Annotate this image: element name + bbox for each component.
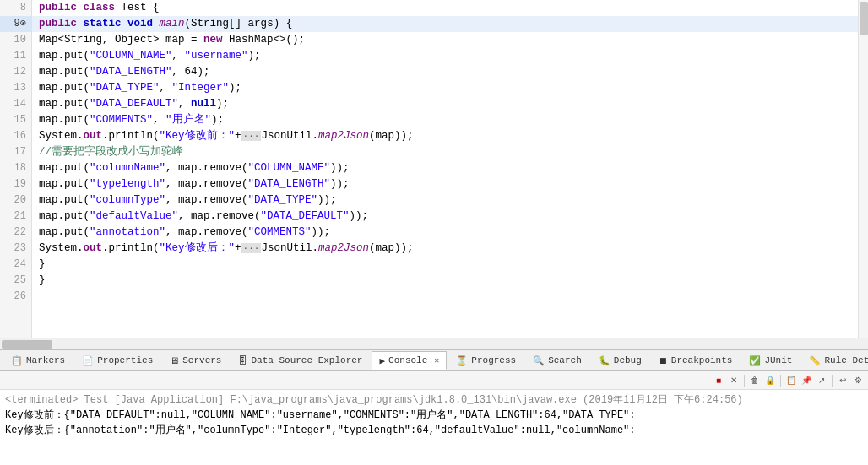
horizontal-scrollbar[interactable] (0, 338, 868, 349)
code-content[interactable]: public class Test { public static void m… (32, 0, 868, 338)
hscroll-thumb[interactable] (2, 340, 52, 349)
output-line-2: Key修改后：{"annotation":"用户名","columnType":… (5, 423, 863, 438)
tab-breakpoints-label: Breakpoints (671, 355, 733, 365)
line-num-11: 11 (0, 48, 31, 64)
clear-console-button[interactable]: 🗑 (748, 374, 762, 387)
code-line-17: //需要把字段改成小写加驼峰 (32, 144, 868, 160)
code-line-14: map.put("DATA_DEFAULT", null); (32, 96, 868, 112)
code-line-10: Map<String, Object> map = new HashMap<>(… (32, 32, 868, 48)
progress-icon: ⏳ (456, 355, 468, 366)
line-num-21: 21 (0, 208, 31, 224)
remove-launch-button[interactable]: ✕ (727, 374, 741, 387)
line-num-25: 25 (0, 273, 31, 289)
preferences-button[interactable]: ⚙ (851, 374, 865, 387)
line-num-16: 16 (0, 128, 31, 144)
line-num-17: 17 (0, 144, 31, 160)
tab-ruledetail-label: Rule Detail (824, 355, 868, 365)
console-tab-close[interactable]: ✕ (434, 355, 439, 365)
datasource-icon: 🗄 (238, 355, 247, 366)
code-line-20: map.put("columnType", map.remove("DATA_T… (32, 192, 868, 208)
console-output: <terminated> Test [Java Application] F:\… (0, 390, 868, 465)
code-line-16: System.out.println("Key修改前："+···JsonUtil… (32, 128, 868, 144)
ruledetail-icon: 📏 (809, 355, 821, 366)
line-numbers: 8 9⊙ 10 11 12 13 14 15 16 17 18 19 20 21… (0, 0, 32, 338)
line-num-14: 14 (0, 96, 31, 112)
tab-markers-label: Markers (26, 355, 65, 365)
terminated-line: <terminated> Test [Java Application] F:\… (5, 392, 863, 408)
output-line-1: Key修改前：{"DATA_DEFAULT":null,"COLUMN_NAME… (5, 408, 863, 423)
toolbar-separator-1 (744, 375, 745, 387)
line-num-9: 9⊙ (0, 16, 31, 32)
line-num-10: 10 (0, 32, 31, 48)
code-line-23: System.out.println("Key修改后："+···JsonUtil… (32, 241, 868, 257)
code-line-19: map.put("typelength", map.remove("DATA_L… (32, 176, 868, 192)
code-line-24: } (32, 257, 868, 273)
code-line-25: } (32, 273, 868, 289)
console-toolbar: ■ ✕ 🗑 🔒 📋 📌 ↗ ↩ ⚙ (0, 371, 868, 390)
line-num-24: 24 (0, 257, 31, 273)
new-console-button[interactable]: 📋 (784, 374, 798, 387)
tab-progress-label: Progress (471, 355, 516, 365)
line-num-13: 13 (0, 80, 31, 96)
tab-progress[interactable]: ⏳ Progress (448, 351, 524, 370)
markers-icon: 📋 (11, 355, 23, 366)
tab-datasource[interactable]: 🗄 Data Source Explorer (231, 351, 370, 370)
debug-icon: 🐛 (599, 355, 610, 366)
code-line-22: map.put("annotation", map.remove("COMMEN… (32, 224, 868, 241)
code-line-13: map.put("DATA_TYPE", "Integer"); (32, 80, 868, 96)
line-num-22: 22 (0, 224, 31, 241)
terminate-button[interactable]: ■ (712, 374, 725, 387)
console-icon: ▶ (379, 355, 385, 366)
tab-servers[interactable]: 🖥 Servers (162, 351, 229, 370)
servers-icon: 🖥 (170, 355, 179, 366)
breakpoints-icon: ⏹ (659, 355, 668, 366)
code-line-11: map.put("COLUMN_NAME", "username"); (32, 48, 868, 64)
tab-debug-label: Debug (614, 355, 642, 365)
code-line-21: map.put("defaultValue", map.remove("DATA… (32, 208, 868, 224)
open-console-button[interactable]: ↗ (815, 374, 828, 387)
tab-ruledetail[interactable]: 📏 Rule Detail (801, 351, 868, 370)
tab-console-label: Console (388, 355, 427, 365)
tab-search[interactable]: 🔍 Search (525, 351, 589, 370)
tab-breakpoints[interactable]: ⏹ Breakpoints (651, 351, 741, 370)
code-line-8: public class Test { (32, 0, 868, 16)
search-tab-icon: 🔍 (533, 355, 545, 366)
line-num-18: 18 (0, 160, 31, 176)
line-num-20: 20 (0, 192, 31, 208)
tab-junit-label: JUnit (764, 355, 792, 365)
line-num-8: 8 (0, 0, 31, 16)
tab-console[interactable]: ▶ Console ✕ (372, 351, 447, 370)
tab-properties-label: Properties (97, 355, 153, 365)
tab-junit[interactable]: ✅ JUnit (741, 351, 800, 370)
tab-search-label: Search (548, 355, 582, 365)
tab-datasource-label: Data Source Explorer (251, 355, 362, 365)
line-num-19: 19 (0, 176, 31, 192)
tab-servers-label: Servers (182, 355, 221, 365)
line-num-26: 26 (0, 289, 31, 305)
scroll-lock-button[interactable]: 🔒 (763, 374, 777, 387)
code-line-26 (32, 289, 868, 305)
tab-bar: 📋 Markers 📄 Properties 🖥 Servers 🗄 Data … (0, 349, 868, 371)
tab-markers[interactable]: 📋 Markers (3, 351, 73, 370)
code-line-9: public static void main(String[] args) { (32, 16, 868, 32)
code-line-15: map.put("COMMENTS", "用户名"); (32, 112, 868, 128)
code-editor: 8 9⊙ 10 11 12 13 14 15 16 17 18 19 20 21… (0, 0, 868, 338)
word-wrap-button[interactable]: ↩ (836, 374, 849, 387)
pin-button[interactable]: 📌 (800, 374, 813, 387)
line-num-15: 15 (0, 112, 31, 128)
vertical-scrollbar[interactable] (858, 0, 868, 338)
toolbar-separator-3 (832, 375, 833, 387)
tab-debug[interactable]: 🐛 Debug (591, 351, 649, 370)
properties-icon: 📄 (82, 355, 94, 366)
tab-properties[interactable]: 📄 Properties (74, 351, 160, 370)
line-num-12: 12 (0, 64, 31, 80)
junit-icon: ✅ (749, 355, 761, 366)
code-line-12: map.put("DATA_LENGTH", 64); (32, 64, 868, 80)
toolbar-separator-2 (780, 375, 781, 387)
line-num-23: 23 (0, 241, 31, 257)
code-line-18: map.put("columnName", map.remove("COLUMN… (32, 160, 868, 176)
